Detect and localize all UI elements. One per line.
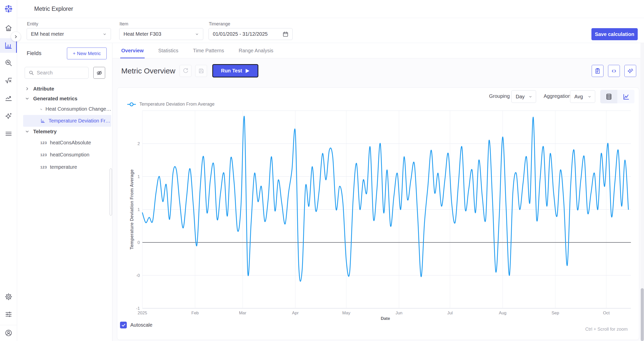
eye-off-icon bbox=[96, 70, 103, 76]
new-metric-button[interactable]: + New Metric bbox=[67, 48, 107, 59]
left-icon-rail bbox=[0, 0, 17, 341]
refresh-icon bbox=[182, 67, 189, 74]
chevron-right-icon bbox=[25, 86, 30, 91]
entity-select[interactable]: EM heat meter bbox=[27, 28, 111, 40]
app-logo-icon bbox=[4, 5, 13, 13]
sliders-icon bbox=[5, 310, 13, 318]
svg-text:Date: Date bbox=[381, 316, 390, 321]
item-label: Item bbox=[119, 21, 128, 27]
gear-icon bbox=[5, 293, 13, 301]
tab-overview[interactable]: Overview bbox=[121, 43, 144, 58]
chart-card: Grouping Day Aggregation Avg bbox=[117, 88, 639, 340]
toggle-hidden-fields-button[interactable] bbox=[93, 67, 105, 79]
sidebar-item-menu[interactable] bbox=[0, 127, 17, 141]
sqrt-formula-icon bbox=[5, 76, 13, 84]
fields-panel: Fields + New Metric Attribute Generated … bbox=[17, 43, 112, 341]
tab-bar: Overview Statistics Time Patterns Range … bbox=[112, 43, 644, 58]
tree-group-generated-metrics[interactable]: Generated metrics bbox=[17, 93, 112, 104]
fields-search-input[interactable] bbox=[37, 70, 79, 76]
sidebar-expand-button[interactable] bbox=[11, 32, 21, 41]
svg-text:0: 0 bbox=[138, 240, 140, 245]
sidebar-item-settings[interactable] bbox=[0, 290, 17, 304]
tab-time-patterns[interactable]: Time Patterns bbox=[193, 43, 224, 58]
sparkle-icon bbox=[5, 112, 13, 120]
fields-panel-title: Fields bbox=[27, 50, 42, 57]
metric-overview-heading: Metric Overview bbox=[121, 67, 175, 75]
sidebar-item-explore[interactable] bbox=[0, 56, 17, 70]
calendar-icon bbox=[282, 31, 289, 37]
timerange-label: Timerange bbox=[209, 21, 230, 27]
svg-text:Temperature Deviation From Ave: Temperature Deviation From Average bbox=[129, 169, 134, 249]
metric-chart-icon bbox=[40, 106, 43, 112]
svg-text:-0: -0 bbox=[136, 273, 140, 278]
page-scrollbar-thumb[interactable] bbox=[641, 288, 644, 341]
hamburger-menu-icon bbox=[5, 130, 13, 138]
svg-text:Jun: Jun bbox=[395, 311, 402, 315]
fields-search-box bbox=[25, 67, 89, 79]
main-content: Overview Statistics Time Patterns Range … bbox=[112, 43, 644, 341]
timerange-input[interactable]: 01/01/2025 - 31/12/2025 bbox=[209, 28, 293, 40]
run-test-button[interactable]: Run Test bbox=[212, 64, 258, 77]
tree-item-temperature-deviation[interactable]: Temperature Deviation Fr… bbox=[23, 115, 111, 127]
ai-assist-button[interactable] bbox=[624, 65, 636, 77]
save-metric-button[interactable] bbox=[195, 65, 207, 77]
tree-item-heatconsumption[interactable]: 123 heatConsumption bbox=[23, 149, 111, 161]
sidebar-item-preferences[interactable] bbox=[0, 307, 17, 321]
save-calculation-button[interactable]: Save calculation bbox=[591, 28, 638, 40]
tree-group-telemetry[interactable]: Telemetry bbox=[17, 126, 112, 137]
home-icon bbox=[5, 24, 13, 32]
numeric-field-icon: 123 bbox=[40, 165, 47, 169]
svg-text:1: 1 bbox=[138, 207, 140, 212]
zoom-hint-text: Ctrl + Scroll for zoom bbox=[585, 327, 628, 332]
tab-statistics[interactable]: Statistics bbox=[158, 43, 178, 58]
view-code-button[interactable] bbox=[608, 65, 620, 77]
tree-item-heat-consumption-change[interactable]: Heat Consumption Change… bbox=[23, 103, 111, 115]
autoscale-label: Autoscale bbox=[130, 322, 152, 328]
chevron-down-icon bbox=[194, 32, 199, 37]
filter-bar: Entity EM heat meter Item Heat Meter F30… bbox=[17, 18, 644, 43]
sidebar-item-ai[interactable] bbox=[0, 109, 17, 123]
autoscale-control[interactable]: Autoscale bbox=[120, 322, 152, 328]
fields-panel-scrollbar[interactable] bbox=[110, 168, 112, 216]
sidebar-item-formulas[interactable] bbox=[0, 73, 17, 88]
tree-item-heatconsabsolute[interactable]: 123 heatConsAbsolute bbox=[23, 137, 111, 149]
sidebar-item-trends[interactable] bbox=[0, 91, 17, 105]
svg-text:1: 1 bbox=[138, 174, 140, 179]
tree-group-attribute[interactable]: Attribute bbox=[17, 83, 112, 94]
page-scrollbar-track[interactable] bbox=[640, 43, 644, 341]
profile-icon bbox=[5, 329, 13, 337]
svg-text:Oct: Oct bbox=[603, 311, 610, 315]
top-header: Metric Explorer bbox=[17, 0, 644, 18]
numeric-field-icon: 123 bbox=[40, 141, 47, 145]
search-icon bbox=[28, 70, 34, 76]
line-chart[interactable]: 2025FebMarAprMayJunJulAugSepOct2110-0-1D… bbox=[117, 88, 639, 340]
copy-clipboard-button[interactable] bbox=[592, 65, 603, 77]
clipboard-icon bbox=[594, 68, 601, 74]
tree-item-temperature[interactable]: 123 temperature bbox=[23, 161, 111, 173]
code-icon bbox=[611, 68, 617, 74]
chevron-right-icon bbox=[13, 34, 19, 39]
numeric-field-icon: 123 bbox=[40, 153, 47, 157]
sidebar-item-profile[interactable] bbox=[0, 326, 17, 340]
sparkle-icon bbox=[627, 68, 634, 74]
svg-text:May: May bbox=[342, 311, 351, 315]
refresh-button[interactable] bbox=[180, 65, 191, 77]
tab-range-analysis[interactable]: Range Analysis bbox=[239, 43, 273, 58]
svg-text:2025: 2025 bbox=[138, 311, 147, 315]
svg-text:2: 2 bbox=[138, 141, 140, 146]
item-select[interactable]: Heat Meter F303 bbox=[119, 28, 203, 40]
floppy-save-icon bbox=[198, 68, 205, 74]
chevron-down-icon bbox=[102, 32, 107, 37]
svg-text:Sep: Sep bbox=[551, 311, 559, 315]
autoscale-checkbox[interactable] bbox=[120, 322, 127, 328]
svg-text:-1: -1 bbox=[136, 306, 140, 311]
svg-text:Jul: Jul bbox=[447, 311, 453, 315]
entity-label: Entity bbox=[27, 21, 38, 27]
svg-text:Apr: Apr bbox=[292, 311, 299, 315]
chevron-down-icon bbox=[25, 129, 30, 134]
search-pulse-icon bbox=[5, 59, 13, 67]
metric-chart-icon bbox=[40, 118, 46, 123]
bar-chart-icon bbox=[4, 41, 12, 50]
check-icon bbox=[121, 323, 126, 327]
play-icon bbox=[245, 69, 250, 73]
